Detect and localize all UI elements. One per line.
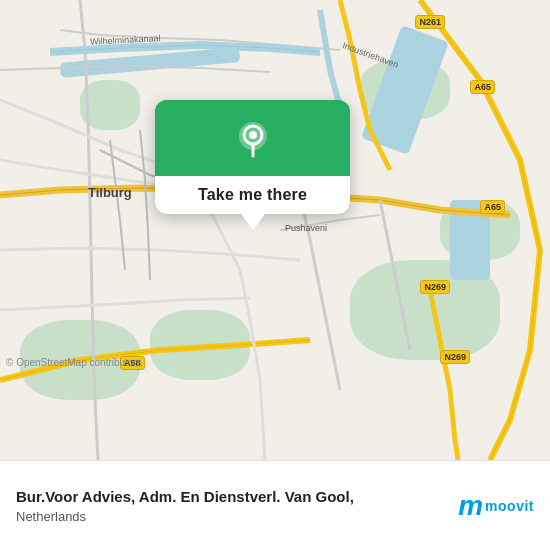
location-pin-icon (231, 118, 275, 162)
popup-icon-area (155, 100, 350, 176)
moovit-logo: m moovit (458, 490, 534, 522)
road-network (0, 0, 550, 460)
place-country: Netherlands (16, 509, 354, 524)
n269-badge-1: N269 (420, 280, 450, 294)
place-name: Bur.Voor Advies, Adm. En Dienstverl. Van… (16, 487, 354, 507)
svg-point-2 (249, 131, 257, 139)
location-popup: Take me there (155, 100, 350, 214)
take-me-there-button[interactable]: Take me there (155, 176, 350, 214)
n269-badge-2: N269 (440, 350, 470, 364)
copyright-text: © OpenStreetMap contributors (6, 357, 142, 368)
moovit-wordmark: moovit (485, 498, 534, 514)
popup-arrow (241, 214, 265, 230)
a65-badge-2: A65 (480, 200, 505, 214)
a65-badge-1: A65 (470, 80, 495, 94)
place-info: Bur.Voor Advies, Adm. En Dienstverl. Van… (16, 487, 354, 524)
n261-badge: N261 (415, 15, 445, 29)
moovit-m-letter: m (458, 490, 482, 522)
city-label: Tilburg (88, 185, 132, 200)
map-container: Tilburg Wilhelminakanaal Industriehaven … (0, 0, 550, 460)
info-bar: Bur.Voor Advies, Adm. En Dienstverl. Van… (0, 460, 550, 550)
push-label: Pushaveni (285, 223, 327, 233)
